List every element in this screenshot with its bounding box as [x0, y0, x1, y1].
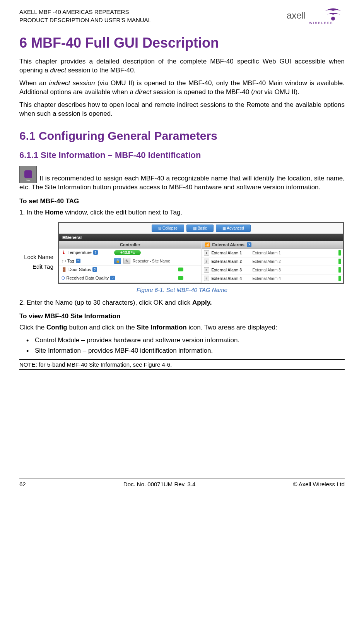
general-section-bar: ⊟General — [59, 234, 343, 241]
doc-number: Doc. No. 00071UM Rev. 3.4 — [123, 481, 195, 487]
temperature-label: 🌡 Temperature ? — [62, 250, 112, 255]
ext-label: External Alarm 1 — [212, 251, 250, 255]
signal-icon: 📶 — [205, 242, 210, 247]
advanced-button[interactable]: ▦ Advanced — [216, 225, 251, 232]
para-4: Site It is recommended to assign each MB… — [19, 166, 345, 192]
ext-badge: 1 — [204, 250, 209, 256]
note-box: NOTE: for 5-band MBF-40 Site Information… — [19, 359, 345, 370]
screenshot: ⊟ Collapse ▦ Basic ▦ Advanced ⊟General C… — [58, 222, 344, 284]
bullet-list: Control Module – provides hardware and s… — [26, 336, 345, 355]
ext-value: External Alarm 2 — [253, 259, 337, 264]
rdq-row: Q Received Data Quality ? — [59, 274, 201, 283]
rdq-label: Q Received Data Quality ? — [62, 276, 127, 280]
status-indicator — [338, 250, 341, 256]
ext-alarm-row-4: 4 External Alarm 4 External Alarm 4 — [202, 274, 343, 283]
ss-columns: Controller 🌡 Temperature ? +43.0 ºc 🏷 Ta… — [59, 241, 343, 283]
ext-label: External Alarm 2 — [212, 259, 250, 264]
header-text: AXELL MBF -40 AMERICAS REPEATERS PRODUCT… — [19, 8, 151, 24]
para-2: When an indirect session (via OMU II) is… — [19, 79, 345, 97]
heading-2: 6.1 Configuring General Parameters — [19, 129, 345, 142]
door-status-indicator — [178, 268, 183, 271]
page-header: AXELL MBF -40 AMERICAS REPEATERS PRODUCT… — [19, 8, 345, 30]
ext-value: External Alarm 1 — [253, 251, 337, 255]
rdq-indicator — [178, 276, 183, 280]
edit-tag-label: Edit Tag — [15, 262, 53, 272]
status-indicator — [338, 276, 341, 281]
help-icon[interactable]: ? — [93, 250, 98, 255]
ext-label: External Alarm 4 — [212, 276, 250, 281]
axell-logo-icon: axell WIRELESS — [287, 8, 345, 25]
help-icon[interactable]: ? — [76, 259, 80, 263]
tag-icon: 🏷 — [62, 259, 66, 263]
page-number: 62 — [19, 481, 26, 487]
bullet-1: Control Module – provides hardware and s… — [26, 336, 345, 345]
external-alarms-header: 📶 External Alarms ? — [202, 241, 343, 249]
ext-badge: 4 — [204, 276, 209, 281]
logo: axell WIRELESS — [287, 8, 345, 27]
ext-alarm-row-3: 3 External Alarm 3 External Alarm 3 — [202, 266, 343, 274]
ext-value: External Alarm 3 — [253, 268, 337, 272]
figure-area: Lock Name Edit Tag ⊟ Collapse ▦ Basic ▦ … — [19, 222, 345, 284]
lock-button[interactable]: 🔒 — [114, 258, 121, 264]
basic-button[interactable]: ▦ Basic — [186, 225, 214, 232]
temperature-row: 🌡 Temperature ? +43.0 ºc — [59, 249, 201, 257]
ext-badge: 2 — [204, 259, 209, 264]
door-status-row: 🚪 Door Status ? — [59, 266, 201, 274]
page-footer: 62 Doc. No. 00071UM Rev. 3.4 © Axell Wir… — [19, 478, 345, 487]
ss-topbar: ⊟ Collapse ▦ Basic ▦ Advanced — [59, 223, 343, 234]
para-5: Click the Config button and click on the… — [19, 323, 345, 332]
step-1: 1. In the Home window, click the edit bu… — [28, 208, 345, 217]
svg-text:axell: axell — [287, 10, 306, 21]
figure-caption: Figure 6-1. Set MBF-40 TAG Name — [19, 286, 345, 293]
help-icon[interactable]: ? — [92, 267, 97, 272]
ext-alarm-row-1: 1 External Alarm 1 External Alarm 1 — [202, 249, 343, 257]
para-3: This chapter describes how to open local… — [19, 101, 345, 118]
status-indicator — [338, 267, 341, 273]
temperature-value: +43.0 ºc — [114, 250, 141, 255]
header-line1: AXELL MBF -40 AMERICAS REPEATERS — [19, 8, 151, 16]
status-indicator — [338, 259, 341, 264]
edit-button[interactable]: ✎ — [123, 258, 130, 264]
ss-left-col: Controller 🌡 Temperature ? +43.0 ºc 🏷 Ta… — [59, 241, 202, 283]
callout-labels: Lock Name Edit Tag — [15, 252, 53, 272]
site-icon-glyph — [24, 170, 32, 178]
ss-right-col: 📶 External Alarms ? 1 External Alarm 1 E… — [202, 241, 343, 283]
svg-text:WIRELESS: WIRELESS — [309, 21, 333, 25]
ext-badge: 3 — [204, 267, 209, 273]
heading-3: 6.1.1 Site Information – MBF-40 Identifi… — [19, 150, 345, 160]
heading-1: 6 MBF-40 Full GUI Description — [19, 35, 345, 51]
site-icon-label: Site — [26, 179, 30, 182]
collapse-button[interactable]: ⊟ Collapse — [152, 225, 184, 232]
sub-heading-view-site-info: To view MBF-40 Site Information — [19, 312, 345, 320]
svg-point-1 — [331, 17, 335, 21]
ext-label: External Alarm 3 — [212, 268, 250, 272]
tag-value: Repeater - Site Name — [133, 259, 170, 263]
quality-icon: Q — [62, 276, 65, 280]
lock-name-label: Lock Name — [15, 252, 53, 262]
site-information-icon: Site — [19, 166, 37, 183]
door-status-label: 🚪 Door Status ? — [62, 267, 112, 272]
help-icon[interactable]: ? — [247, 242, 251, 247]
sub-heading-set-tag: To set MBF-40 TAG — [19, 197, 345, 205]
controller-header: Controller — [59, 241, 201, 249]
para-1: This chapter provides a detailed descrip… — [19, 57, 345, 75]
tag-label: 🏷 Tag ? — [62, 259, 112, 263]
door-icon: 🚪 — [62, 267, 67, 272]
step-2: 2. Enter the Name (up to 30 characters),… — [28, 298, 345, 307]
header-line2: PRODUCT DESCRIPTION AND USER'S MANUAL — [19, 16, 151, 24]
copyright: © Axell Wireless Ltd — [293, 481, 345, 487]
tag-row: 🏷 Tag ? 🔒 ✎ Repeater - Site Name — [59, 257, 201, 266]
thermometer-icon: 🌡 — [62, 250, 66, 255]
help-icon[interactable]: ? — [110, 276, 115, 280]
bullet-2: Site Information – provides MBF-40 ident… — [26, 347, 345, 355]
ext-value: External Alarm 4 — [253, 276, 337, 281]
ext-alarm-row-2: 2 External Alarm 2 External Alarm 2 — [202, 257, 343, 266]
